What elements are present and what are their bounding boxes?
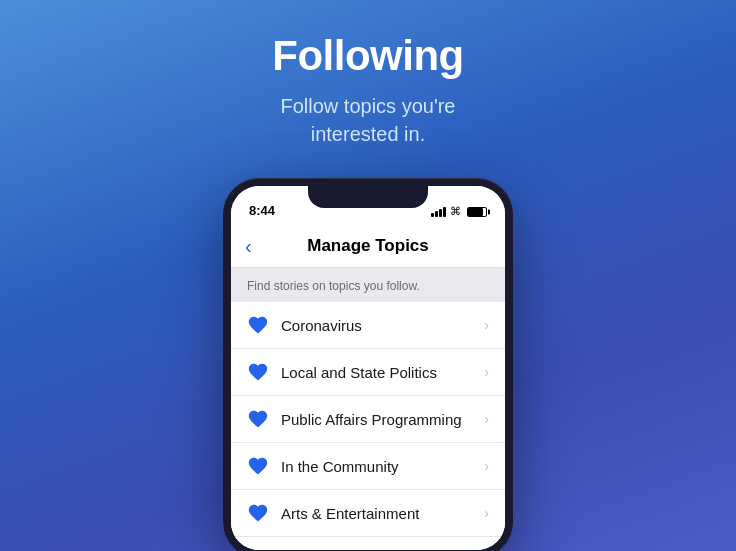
notch bbox=[308, 186, 428, 208]
topic-label-arts: Arts & Entertainment bbox=[281, 505, 480, 522]
find-stories-text: Find stories on topics you follow. bbox=[247, 279, 420, 293]
status-time: 8:44 bbox=[249, 203, 275, 218]
chevron-icon-public-affairs: › bbox=[484, 411, 489, 427]
topic-label-politics: Local and State Politics bbox=[281, 364, 480, 381]
signal-bar-4 bbox=[443, 207, 446, 217]
status-bar: 8:44 ⌘ bbox=[231, 186, 505, 224]
heart-icon-community bbox=[247, 455, 269, 477]
heart-icon-arts bbox=[247, 502, 269, 524]
nav-bar: ‹ Manage Topics bbox=[231, 224, 505, 268]
topic-item-arts[interactable]: Arts & Entertainment › bbox=[231, 490, 505, 537]
signal-bar-1 bbox=[431, 213, 434, 217]
signal-bars-icon bbox=[431, 207, 446, 217]
chevron-icon-arts: › bbox=[484, 505, 489, 521]
page-title: Following bbox=[272, 32, 463, 80]
topic-item-coronavirus[interactable]: Coronavirus › bbox=[231, 302, 505, 349]
signal-bar-2 bbox=[435, 211, 438, 217]
find-stories-bar: Find stories on topics you follow. bbox=[231, 268, 505, 302]
topics-list: Coronavirus › Local and State Politics ›… bbox=[231, 302, 505, 550]
topic-item-politics[interactable]: Local and State Politics › bbox=[231, 349, 505, 396]
nav-title: Manage Topics bbox=[307, 236, 429, 256]
header-section: Following Follow topics you're intereste… bbox=[272, 32, 463, 148]
topic-item-public-affairs[interactable]: Public Affairs Programming › bbox=[231, 396, 505, 443]
heart-icon-politics bbox=[247, 361, 269, 383]
chevron-icon-coronavirus: › bbox=[484, 317, 489, 333]
topic-label-public-affairs: Public Affairs Programming bbox=[281, 411, 480, 428]
signal-bar-3 bbox=[439, 209, 442, 217]
status-icons: ⌘ bbox=[431, 205, 487, 218]
heart-icon-public-affairs bbox=[247, 408, 269, 430]
topic-label-community: In the Community bbox=[281, 458, 480, 475]
wifi-icon: ⌘ bbox=[450, 205, 461, 218]
topic-label-coronavirus: Coronavirus bbox=[281, 317, 480, 334]
phone-mockup: 8:44 ⌘ ‹ Manage Topics bbox=[223, 178, 513, 551]
heart-icon-coronavirus bbox=[247, 314, 269, 336]
back-button[interactable]: ‹ bbox=[245, 236, 252, 256]
chevron-icon-community: › bbox=[484, 458, 489, 474]
battery-fill bbox=[468, 208, 483, 216]
subtitle: Follow topics you're interested in. bbox=[272, 92, 463, 148]
chevron-icon-politics: › bbox=[484, 364, 489, 380]
phone-shell: 8:44 ⌘ ‹ Manage Topics bbox=[223, 178, 513, 551]
topic-item-community[interactable]: In the Community › bbox=[231, 443, 505, 490]
heart-icon-weather bbox=[247, 549, 269, 550]
phone-screen: 8:44 ⌘ ‹ Manage Topics bbox=[231, 186, 505, 550]
topic-item-weather[interactable]: Weather › bbox=[231, 537, 505, 550]
battery-icon bbox=[467, 207, 487, 217]
